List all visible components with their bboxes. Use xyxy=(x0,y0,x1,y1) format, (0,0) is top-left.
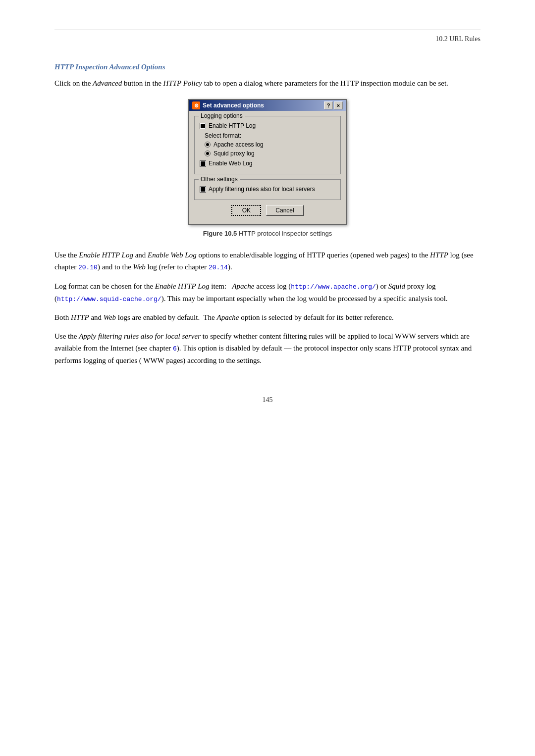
figure-caption: Figure 10.5 HTTP protocol inspector sett… xyxy=(54,230,481,237)
paragraph-4: Use the Apply filtering rules also for l… xyxy=(54,330,481,366)
close-button[interactable]: × xyxy=(334,101,343,109)
intro-italic-1: Advanced xyxy=(93,79,122,87)
squid-radio-dot xyxy=(206,152,209,155)
squid-radio-row[interactable]: Squid proxy log xyxy=(205,150,335,157)
paragraph-3: Both HTTP and Web logs are enabled by de… xyxy=(54,311,481,323)
enable-http-log-row[interactable]: Enable HTTP Log xyxy=(200,122,335,129)
link-apache[interactable]: http://www.apache.org/ xyxy=(291,283,376,291)
figure-caption-text: Figure 10.5 xyxy=(203,230,237,237)
logging-legend: Logging options xyxy=(199,112,245,119)
p1-italic-3: HTTP xyxy=(430,251,448,259)
apply-filtering-checkbox[interactable] xyxy=(200,186,206,193)
squid-radio[interactable] xyxy=(205,151,211,156)
format-section: Select format: Apache access log xyxy=(205,132,335,157)
apache-radio-dot xyxy=(206,143,209,146)
intro-text-3: tab to open a dialog where parameters fo… xyxy=(202,79,448,87)
page-header: 10.2 URL Rules xyxy=(54,35,481,43)
checkbox-check-http xyxy=(201,124,205,128)
p3-italic-3: Apache xyxy=(216,313,239,321)
p1-italic-1: Enable HTTP Log xyxy=(79,251,133,259)
link-20-14[interactable]: 20.14 xyxy=(209,264,228,271)
enable-http-log-label: Enable HTTP Log xyxy=(209,122,256,129)
intro-paragraph: Click on the Advanced button in the HTTP… xyxy=(54,77,481,89)
apache-label: Apache access log xyxy=(214,141,264,148)
apply-filtering-row[interactable]: Apply filtering rules also for local ser… xyxy=(200,186,335,193)
enable-web-log-row[interactable]: Enable Web Log xyxy=(200,160,335,167)
apply-filtering-label: Apply filtering rules also for local ser… xyxy=(209,186,315,193)
p2-italic-2: Apache xyxy=(232,282,254,290)
p2-italic-3: Squid xyxy=(388,282,405,290)
p2-italic-1: Enable HTTP Log xyxy=(155,282,210,290)
titlebar-buttons: ? × xyxy=(324,101,343,109)
p4-italic-1: Apply filtering rules also for local ser… xyxy=(79,332,201,340)
enable-web-log-checkbox[interactable] xyxy=(200,160,206,167)
intro-text-2: button in the xyxy=(122,79,163,87)
cancel-button[interactable]: Cancel xyxy=(266,205,303,216)
figure-description: HTTP protocol inspector settings xyxy=(239,230,332,237)
dialog-box: ⚙ Set advanced options ? × Logging optio… xyxy=(188,99,347,225)
enable-web-log-label: Enable Web Log xyxy=(209,160,253,167)
page-number: 145 xyxy=(54,396,481,424)
top-rule xyxy=(54,30,481,30)
link-6[interactable]: 6 xyxy=(173,345,177,353)
dialog-titlebar: ⚙ Set advanced options ? × xyxy=(189,100,346,111)
dialog-wrapper: ⚙ Set advanced options ? × Logging optio… xyxy=(54,99,481,225)
apache-radio-row[interactable]: Apache access log xyxy=(205,141,335,148)
dialog-icon: ⚙ xyxy=(192,101,200,109)
help-button[interactable]: ? xyxy=(324,101,333,109)
ok-button[interactable]: OK xyxy=(231,205,261,216)
enable-http-log-checkbox[interactable] xyxy=(200,123,206,129)
page-container: 10.2 URL Rules HTTP Inspection Advanced … xyxy=(54,0,481,424)
p3-italic-1: HTTP xyxy=(71,313,89,321)
other-settings-group: Other settings Apply filtering rules als… xyxy=(194,179,341,200)
link-20-10[interactable]: 20.10 xyxy=(78,264,98,271)
link-squid[interactable]: http://www.squid-cache.org/ xyxy=(57,296,161,303)
paragraph-2: Log format can be chosen for the Enable … xyxy=(54,280,481,305)
other-legend: Other settings xyxy=(199,176,240,183)
checkbox-check-web xyxy=(201,161,205,166)
p1-italic-2: Enable Web Log xyxy=(148,251,197,259)
p1-italic-4: Web xyxy=(133,263,146,271)
checkbox-check-filter xyxy=(201,187,205,192)
squid-label: Squid proxy log xyxy=(214,150,255,157)
dialog-buttons: OK Cancel xyxy=(194,205,341,219)
titlebar-left: ⚙ Set advanced options xyxy=(192,101,264,109)
section-heading: HTTP Inspection Advanced Options xyxy=(54,63,481,71)
intro-italic-2: HTTP Policy xyxy=(163,79,202,87)
paragraph-1: Use the Enable HTTP Log and Enable Web L… xyxy=(54,249,481,273)
apache-radio[interactable] xyxy=(205,142,211,148)
dialog-body: Logging options Enable HTTP Log Select f… xyxy=(189,111,346,224)
logging-options-group: Logging options Enable HTTP Log Select f… xyxy=(194,116,341,174)
p3-italic-2: Web xyxy=(104,313,116,321)
select-format-label: Select format: xyxy=(205,132,335,139)
section-number: 10.2 URL Rules xyxy=(435,35,481,43)
figure-label: Figure 10.5 xyxy=(203,230,237,237)
intro-text-1: Click on the xyxy=(54,79,93,87)
dialog-title: Set advanced options xyxy=(203,102,264,109)
